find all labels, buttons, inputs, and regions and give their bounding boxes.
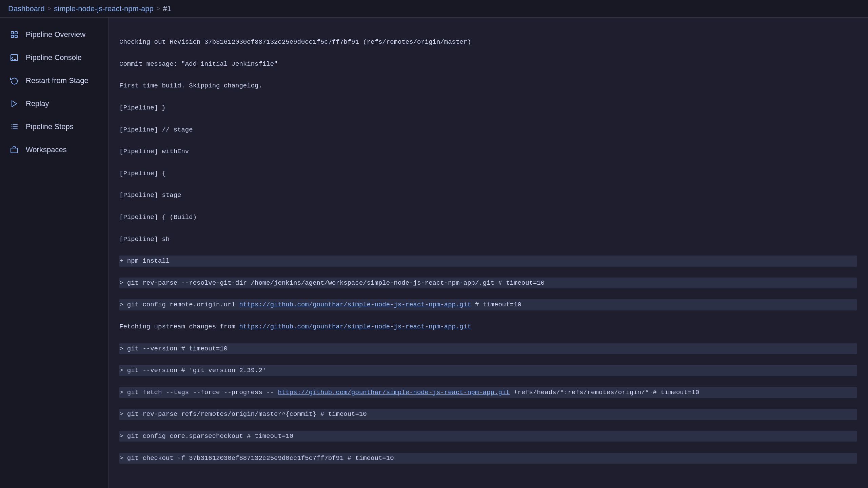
restart-icon xyxy=(9,76,19,85)
console-line-15: > git --version # 'git version 2.39.2' xyxy=(119,365,857,376)
breadcrumb-sep-1: > xyxy=(47,5,52,13)
sidebar-item-pipeline-overview[interactable]: Pipeline Overview xyxy=(0,23,108,46)
svg-rect-1 xyxy=(15,32,17,34)
link-2[interactable]: https://github.com/gounthar/simple-node-… xyxy=(239,323,471,330)
svg-rect-0 xyxy=(11,32,14,34)
console-line-12: > git config remote.origin.url https://g… xyxy=(119,299,857,310)
svg-rect-3 xyxy=(15,35,17,38)
console-line-13: Fetching upstream changes from https://g… xyxy=(119,321,857,332)
link-1[interactable]: https://github.com/gounthar/simple-node-… xyxy=(239,301,471,308)
breadcrumb-project[interactable]: simple-node-js-react-npm-app xyxy=(54,4,153,13)
console-output: Checking out Revision 37b31612030ef88713… xyxy=(119,26,857,488)
console-line-0: Checking out Revision 37b31612030ef88713… xyxy=(119,37,857,47)
console-line-7: [Pipeline] stage xyxy=(119,190,857,201)
console-line-11: > git rev-parse --resolve-git-dir /home/… xyxy=(119,278,857,288)
steps-icon xyxy=(9,122,19,131)
sidebar-item-label-pipeline-console: Pipeline Console xyxy=(26,53,82,62)
workspace-icon xyxy=(9,145,19,155)
console-icon xyxy=(9,53,19,62)
breadcrumb-sep-2: > xyxy=(156,5,160,13)
console-area[interactable]: Checking out Revision 37b31612030ef88713… xyxy=(108,18,868,488)
breadcrumb-dashboard[interactable]: Dashboard xyxy=(8,4,45,13)
breadcrumb-build: #1 xyxy=(163,4,171,13)
sidebar-item-label-steps: Pipeline Steps xyxy=(26,122,74,131)
sidebar: Pipeline Overview Pipeline Console Resta… xyxy=(0,18,108,488)
breadcrumb: Dashboard > simple-node-js-react-npm-app… xyxy=(8,4,171,13)
sidebar-item-label-workspaces: Workspaces xyxy=(26,145,67,154)
main-layout: Pipeline Overview Pipeline Console Resta… xyxy=(0,18,868,488)
console-line-17: > git rev-parse refs/remotes/origin/mast… xyxy=(119,409,857,420)
console-line-6: [Pipeline] { xyxy=(119,168,857,179)
sidebar-item-replay[interactable]: Replay xyxy=(0,92,108,115)
sidebar-item-label-replay: Replay xyxy=(26,99,49,108)
console-line-10: + npm install xyxy=(119,256,857,266)
sidebar-item-pipeline-steps[interactable]: Pipeline Steps xyxy=(0,115,108,138)
console-line-18: > git config core.sparsecheckout # timeo… xyxy=(119,431,857,442)
svg-marker-6 xyxy=(12,101,17,107)
sidebar-item-workspaces[interactable]: Workspaces xyxy=(0,138,108,161)
replay-icon xyxy=(9,99,19,108)
svg-rect-2 xyxy=(11,35,14,38)
console-line-4: [Pipeline] // stage xyxy=(119,124,857,135)
sidebar-item-label-pipeline-overview: Pipeline Overview xyxy=(26,30,85,39)
sidebar-item-restart-from-stage[interactable]: Restart from Stage xyxy=(0,69,108,92)
console-line-9: [Pipeline] sh xyxy=(119,234,857,245)
sidebar-item-label-restart: Restart from Stage xyxy=(26,76,88,85)
pipeline-icon xyxy=(9,30,19,39)
console-line-20 xyxy=(119,474,857,485)
link-3[interactable]: https://github.com/gounthar/simple-node-… xyxy=(278,389,510,396)
console-line-8: [Pipeline] { (Build) xyxy=(119,212,857,223)
console-line-14: > git --version # timeout=10 xyxy=(119,343,857,354)
console-line-2: First time build. Skipping changelog. xyxy=(119,80,857,91)
console-line-16: > git fetch --tags --force --progress --… xyxy=(119,387,857,398)
console-line-19: > git checkout -f 37b31612030ef887132c25… xyxy=(119,453,857,464)
svg-rect-13 xyxy=(11,148,18,153)
header: Dashboard > simple-node-js-react-npm-app… xyxy=(0,0,868,18)
console-line-3: [Pipeline] } xyxy=(119,102,857,113)
console-line-1: Commit message: "Add initial Jenkinsfile… xyxy=(119,59,857,69)
console-line-5: [Pipeline] withEnv xyxy=(119,146,857,157)
sidebar-item-pipeline-console[interactable]: Pipeline Console xyxy=(0,46,108,69)
